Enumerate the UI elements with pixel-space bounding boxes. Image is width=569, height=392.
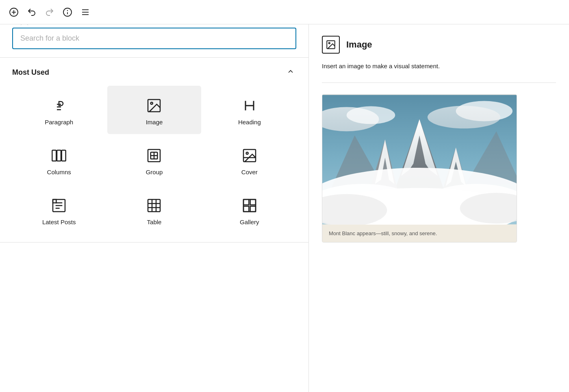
add-block-button[interactable] xyxy=(7,5,21,19)
info-button[interactable] xyxy=(60,5,75,19)
block-item-heading[interactable]: Heading xyxy=(203,86,296,134)
search-wrapper xyxy=(12,28,296,49)
block-item-paragraph[interactable]: Paragraph xyxy=(12,86,106,134)
group-icon xyxy=(146,147,162,164)
image-preview-card: Mont Blanc appears—still, snowy, and ser… xyxy=(322,94,517,243)
svg-rect-15 xyxy=(57,150,61,161)
block-label-heading: Heading xyxy=(238,119,261,126)
preview-image-icon xyxy=(326,39,336,50)
svg-rect-29 xyxy=(148,199,160,212)
block-label-paragraph: Paragraph xyxy=(45,119,73,126)
main-layout: Most Used Paragraph xyxy=(0,24,569,392)
block-label-columns: Columns xyxy=(47,169,71,175)
preview-header: Image xyxy=(322,36,556,54)
svg-rect-37 xyxy=(243,206,249,212)
block-item-columns[interactable]: Columns xyxy=(12,136,106,184)
preview-title: Image xyxy=(346,39,372,50)
svg-rect-16 xyxy=(62,150,66,161)
toolbar xyxy=(0,0,569,24)
svg-point-45 xyxy=(428,106,500,128)
block-label-cover: Cover xyxy=(241,169,258,175)
block-label-table: Table xyxy=(147,219,162,225)
right-panel: Image Insert an image to make a visual s… xyxy=(309,24,569,392)
svg-rect-34 xyxy=(243,199,256,212)
block-label-gallery: Gallery xyxy=(240,219,259,225)
svg-point-22 xyxy=(246,152,248,154)
mountain-image xyxy=(322,95,517,225)
undo-button[interactable] xyxy=(24,5,39,19)
svg-point-43 xyxy=(347,106,395,124)
block-item-group[interactable]: Group xyxy=(107,136,201,184)
svg-rect-38 xyxy=(250,206,255,212)
section-divider-bottom xyxy=(0,242,308,243)
paragraph-icon xyxy=(51,97,67,114)
preview-icon-box xyxy=(322,36,340,54)
columns-icon xyxy=(51,147,67,164)
block-label-latest-posts: Latest Posts xyxy=(42,219,76,225)
block-item-image[interactable]: Image xyxy=(107,86,201,134)
preview-divider xyxy=(322,82,556,83)
svg-rect-35 xyxy=(243,199,249,205)
preview-description: Insert an image to make a visual stateme… xyxy=(322,62,556,71)
image-icon-block xyxy=(146,97,162,114)
block-item-latest-posts[interactable]: Latest Posts xyxy=(12,186,106,234)
chevron-up-icon xyxy=(287,67,295,76)
heading-icon xyxy=(241,97,258,114)
svg-rect-36 xyxy=(250,199,255,205)
svg-rect-14 xyxy=(52,150,56,161)
gallery-icon xyxy=(241,197,258,214)
block-grid: Paragraph Image Heading xyxy=(12,86,296,234)
menu-button[interactable] xyxy=(78,5,93,19)
image-caption: Mont Blanc appears—still, snowy, and ser… xyxy=(322,225,517,242)
block-label-image: Image xyxy=(146,119,163,126)
block-item-gallery[interactable]: Gallery xyxy=(203,186,296,234)
most-used-header: Most Used xyxy=(12,58,296,86)
latest-posts-icon xyxy=(51,197,67,214)
block-item-cover[interactable]: Cover xyxy=(203,136,296,184)
block-label-group: Group xyxy=(146,169,163,175)
svg-rect-28 xyxy=(53,199,56,203)
collapse-section-button[interactable] xyxy=(285,66,296,79)
mountain-svg xyxy=(322,95,517,225)
block-item-table[interactable]: Table xyxy=(107,186,201,234)
table-icon xyxy=(146,197,162,214)
redo-button[interactable] xyxy=(42,5,57,19)
svg-point-10 xyxy=(151,102,153,104)
most-used-title: Most Used xyxy=(12,68,49,77)
cover-icon xyxy=(241,147,258,164)
search-input[interactable] xyxy=(12,28,296,49)
svg-point-40 xyxy=(329,43,330,44)
left-panel: Most Used Paragraph xyxy=(0,24,309,392)
